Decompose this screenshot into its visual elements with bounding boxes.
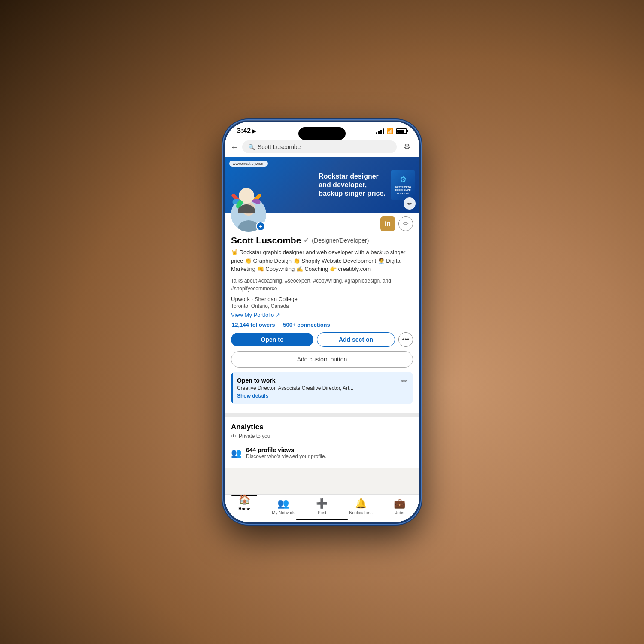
nav-jobs[interactable]: 💼 Jobs (387, 498, 413, 515)
dynamic-island (298, 127, 346, 140)
profile-company: Upwork · Sheridan College (225, 294, 419, 303)
post-icon: ➕ (316, 498, 328, 509)
open-to-work-title: Open to work (237, 377, 401, 384)
nav-post[interactable]: ➕ Post (309, 498, 335, 515)
add-photo-button[interactable]: + (256, 222, 265, 231)
signal-icon (376, 128, 384, 134)
notifications-label: Notifications (349, 510, 372, 515)
edit-banner-button[interactable]: ✏ (404, 197, 416, 210)
settings-button[interactable]: ⚙ (400, 140, 414, 154)
profile-views-desc: Discover who's viewed your profile. (246, 453, 326, 459)
profile-section: + in ✏ Scott Luscombe ✓ (Designer/Develo… (225, 213, 419, 413)
open-to-work-desc: Creative Director, Associate Creative Di… (237, 385, 401, 391)
add-custom-button[interactable]: Add custom button (231, 351, 413, 368)
analytics-private-label: 👁 Private to you (231, 433, 413, 440)
search-icon: 🔍 (248, 144, 255, 150)
profile-views-count: 644 profile views (246, 447, 326, 453)
jobs-icon: 💼 (394, 498, 405, 509)
show-details-link[interactable]: Show details (237, 393, 401, 399)
profile-location: Toronto, Ontario, Canada (225, 303, 419, 311)
more-options-button[interactable]: ••• (398, 332, 413, 347)
jobs-label: Jobs (395, 510, 404, 515)
action-buttons-row: Open to Add section ••• (225, 332, 419, 351)
edit-profile-button[interactable]: ✏ (398, 216, 413, 231)
edit-open-to-work-button[interactable]: ✏ (401, 377, 407, 385)
bottom-nav: 🏠 Home 👥 My Network ➕ Post 🔔 Notificatio… (225, 494, 419, 522)
search-text: Scott Luscombe (258, 143, 301, 150)
profile-name: Scott Luscombe ✓ (Designer/Developer) (225, 232, 419, 246)
nav-home[interactable]: 🏠 Home (231, 498, 257, 515)
add-section-button[interactable]: Add section (317, 332, 395, 347)
open-to-button[interactable]: Open to (231, 333, 313, 346)
nav-my-network[interactable]: 👥 My Network (270, 498, 296, 515)
battery-icon (396, 128, 407, 134)
eye-icon: 👁 (231, 433, 237, 440)
wifi-icon: 📶 (386, 128, 393, 134)
home-label: Home (238, 507, 250, 511)
linkedin-badge[interactable]: in (380, 216, 395, 231)
banner-person-illustration (229, 183, 264, 213)
my-network-label: My Network (272, 510, 295, 515)
banner-url: www.creatibly.com (229, 161, 268, 167)
portfolio-link[interactable]: View My Portfolio ↗ (225, 311, 419, 320)
nav-notifications[interactable]: 🔔 Notifications (348, 498, 374, 515)
profile-hashtags: Talks about #coaching, #seoexpert, #copy… (225, 275, 419, 294)
home-icon: 🏠 (239, 494, 250, 505)
role-tag: (Designer/Developer) (312, 237, 369, 244)
open-to-work-card: Open to work Creative Director, Associat… (231, 372, 413, 404)
profile-actions: in ✏ (380, 213, 413, 231)
profile-views-icon: 👥 (231, 448, 242, 458)
post-label: Post (318, 510, 326, 515)
time-display: 3:42 ▶ (237, 127, 256, 135)
section-divider (225, 413, 419, 417)
search-input-wrap[interactable]: 🔍 Scott Luscombe (242, 140, 397, 153)
profile-banner: www.creatibly.com (225, 157, 419, 213)
back-button[interactable]: ← (230, 142, 239, 152)
phone-frame: 3:42 ▶ 📶 (223, 120, 421, 524)
connections-row: 12,144 followers · 500+ connections (225, 320, 419, 332)
profile-bio: 🤘 Rockstar graphic designer and web deve… (225, 246, 419, 275)
banner-book: ⚙ 10 STEPS TO FREELANCE SUCCESS (391, 170, 415, 200)
home-indicator (296, 519, 348, 520)
analytics-stat-views[interactable]: 👥 644 profile views Discover who's viewe… (231, 444, 413, 462)
banner-headline: Rockstar designer and developer, backup … (319, 172, 386, 198)
status-icons: 📶 (376, 128, 407, 134)
verified-icon: ✓ (304, 237, 309, 244)
content-area[interactable]: www.creatibly.com (225, 157, 419, 507)
analytics-section: Analytics 👁 Private to you 👥 644 profile… (225, 417, 419, 468)
notifications-icon: 🔔 (355, 498, 367, 509)
my-network-icon: 👥 (277, 498, 289, 509)
analytics-title: Analytics (231, 423, 413, 431)
